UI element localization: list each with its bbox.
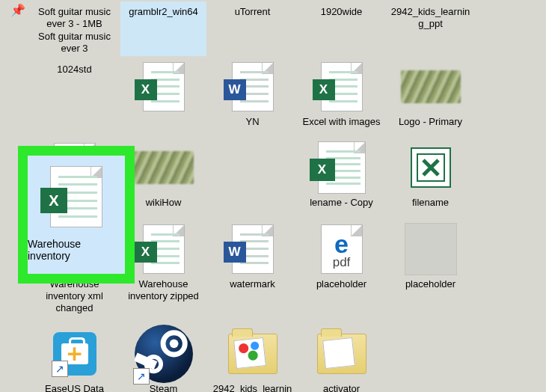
steam-icon: ↗ [135,325,193,383]
excel-file-icon: X [50,166,102,227]
file-label: 2942_kids_learning_ppt [212,383,294,392]
file-label: watermark [230,278,275,290]
file-label: 1920wide [321,6,363,18]
shortcut-arrow-icon: ↗ [133,368,150,385]
file-label: Logo - Primary [399,116,462,128]
file-label: Excel with images [302,116,380,128]
file-item[interactable]: uTorrent [209,1,295,56]
file-item[interactable]: 2942_kids_learning_ppt [209,326,295,392]
file-item[interactable]: Soft guitar music ever 3 - 1MB Soft guit… [31,1,117,56]
svg-point-2 [169,340,178,349]
word-file-icon: W [232,224,274,274]
file-item[interactable]: X Excel with images [298,59,384,129]
file-item[interactable]: ↗ Steam [120,326,206,392]
file-label: wikiHow [146,197,182,209]
file-label: EaseUS Data Recovery Wizard [34,383,116,392]
blurred-image-icon [134,151,194,184]
file-item[interactable]: filename [387,140,473,210]
file-label: placeholder [405,278,455,290]
file-item[interactable]: W watermark [209,221,295,316]
file-label: uTorrent [235,6,271,18]
blurred-image-icon [401,70,461,103]
file-label: activator [323,383,360,392]
file-item[interactable]: placeholder [387,221,473,316]
excel-file-icon: X [321,62,363,111]
file-label: lename - Copy [310,197,373,209]
file-item[interactable]: epdf placeholder [298,221,384,316]
file-label: 2942_kids_learning_ppt [390,6,472,31]
file-label: Warehouse inventory [28,238,125,262]
file-label: YN [245,116,259,128]
file-item[interactable]: X [120,59,206,129]
shortcut-arrow-icon: ↗ [52,361,68,377]
easeus-icon: ↗ [53,332,96,376]
file-item[interactable]: gramblr2_win64 [120,1,206,56]
highlighted-selection[interactable]: X Warehouse inventory [18,146,135,284]
file-label: Warehouse inventory zipped [123,278,205,303]
folder-icon [228,334,277,374]
excel-file-icon: X [143,224,185,274]
file-item[interactable]: X lename - Copy [298,140,384,210]
pin-icon: 📌 [10,3,25,17]
file-item[interactable]: 1024std [31,59,117,137]
file-label: placeholder [316,278,366,290]
word-file-icon: W [232,62,274,111]
file-label: gramblr2_win64 [129,6,198,18]
file-label: Soft guitar music ever 3 - 1MB Soft guit… [34,6,116,55]
excel-file-icon: X [143,62,185,111]
file-item[interactable]: ↗ EaseUS Data Recovery Wizard [31,326,117,392]
file-item[interactable]: 1920wide [298,1,384,56]
file-item-selected[interactable]: X Warehouse inventory [28,156,125,274]
folder-icon [317,334,366,374]
excel-file-icon: X [318,141,366,194]
edge-pdf-icon: epdf [321,224,363,274]
file-item[interactable]: Logo - Primary [387,59,473,129]
file-item[interactable]: W YN [209,59,295,129]
file-label: 1024std [57,64,91,76]
blank-thumbnail-icon [405,223,457,275]
excel-legacy-icon [411,147,451,188]
file-item[interactable]: 2942_kids_learning_ppt [387,1,473,56]
file-label: Steam [150,383,178,392]
file-label: filename [412,197,449,209]
file-item[interactable]: activator [298,326,384,392]
